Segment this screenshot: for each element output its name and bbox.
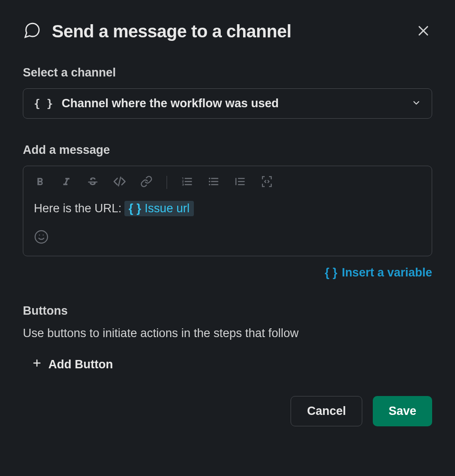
ordered-list-button[interactable]	[181, 175, 193, 189]
editor-footer	[23, 222, 432, 256]
message-section: Add a message	[23, 143, 432, 280]
svg-rect-6	[238, 184, 244, 185]
braces-icon: { }	[325, 266, 338, 280]
save-button[interactable]: Save	[373, 396, 432, 426]
svg-point-7	[35, 231, 47, 243]
italic-button[interactable]	[60, 175, 73, 189]
svg-rect-5	[238, 181, 244, 182]
channel-select-content: { } Channel where the workflow was used	[34, 97, 279, 110]
editor-toolbar	[23, 166, 432, 196]
strikethrough-icon	[87, 175, 99, 189]
blockquote-icon	[234, 175, 246, 189]
insert-variable-row: { } Insert a variable	[23, 266, 432, 280]
link-icon	[140, 175, 153, 189]
strikethrough-button[interactable]	[87, 175, 99, 189]
braces-icon: { }	[34, 98, 53, 110]
editor-content[interactable]: Here is the URL: { } Issue url	[23, 196, 432, 222]
channel-label: Select a channel	[23, 66, 432, 80]
editor-text: Here is the URL:	[34, 202, 122, 215]
message-editor: Here is the URL: { } Issue url	[23, 166, 432, 256]
bold-icon	[34, 175, 46, 189]
insert-variable-button[interactable]: { } Insert a variable	[325, 266, 432, 280]
buttons-label: Buttons	[23, 304, 432, 318]
emoji-button[interactable]	[34, 229, 49, 246]
code-block-icon	[260, 175, 273, 189]
blockquote-button[interactable]	[234, 175, 246, 189]
code-block-button[interactable]	[260, 175, 273, 189]
chevron-down-icon	[411, 98, 421, 109]
channel-select-value: Channel where the workflow was used	[62, 97, 279, 110]
dialog-header: Send a message to a channel	[23, 21, 432, 41]
close-button[interactable]	[415, 22, 432, 41]
bullet-list-icon	[207, 175, 220, 189]
code-button[interactable]	[113, 175, 126, 189]
channel-section: Select a channel { } Channel where the w…	[23, 66, 432, 119]
close-icon	[416, 33, 430, 39]
italic-icon	[60, 175, 73, 189]
add-button-button[interactable]: Add Button	[23, 358, 113, 371]
link-button[interactable]	[140, 175, 153, 189]
code-icon	[113, 175, 126, 189]
cancel-button[interactable]: Cancel	[291, 396, 362, 426]
buttons-section: Buttons Use buttons to initiate actions …	[23, 304, 432, 371]
variable-chip[interactable]: { } Issue url	[124, 201, 194, 216]
buttons-description: Use buttons to initiate actions in the s…	[23, 327, 432, 340]
variable-chip-label: Issue url	[145, 202, 189, 215]
header-left: Send a message to a channel	[23, 21, 291, 41]
footer-actions: Cancel Save	[23, 396, 432, 426]
dialog-title: Send a message to a channel	[52, 22, 291, 41]
svg-line-2	[119, 177, 121, 186]
bold-button[interactable]	[34, 175, 46, 189]
channel-select[interactable]: { } Channel where the workflow was used	[23, 88, 432, 119]
add-button-label: Add Button	[48, 358, 113, 371]
smile-icon	[34, 239, 49, 246]
plus-icon	[32, 358, 42, 371]
toolbar-divider	[167, 176, 167, 189]
message-label: Add a message	[23, 143, 432, 157]
svg-rect-3	[236, 178, 237, 185]
ordered-list-icon	[181, 175, 193, 189]
message-icon	[23, 21, 41, 41]
svg-rect-4	[238, 178, 244, 179]
insert-variable-label: Insert a variable	[342, 266, 432, 280]
bullet-list-button[interactable]	[207, 175, 220, 189]
braces-icon: { }	[129, 202, 142, 215]
